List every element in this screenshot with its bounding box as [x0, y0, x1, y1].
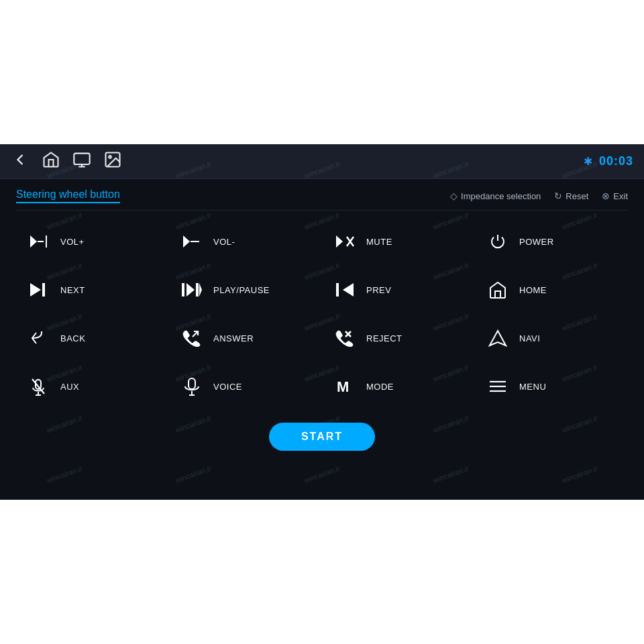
- play-pause-icon: [180, 278, 204, 302]
- prev-btn[interactable]: PREV: [322, 266, 475, 314]
- section-title: Steering wheel button: [16, 189, 120, 203]
- vol-plus-label: VOL+: [60, 237, 85, 247]
- home-btn[interactable]: HOME: [475, 266, 628, 314]
- next-icon: [27, 278, 51, 302]
- svg-rect-18: [196, 283, 199, 297]
- start-button[interactable]: START: [269, 423, 375, 451]
- gallery-icon[interactable]: [103, 150, 122, 172]
- start-btn-wrapper: START: [16, 417, 628, 460]
- reject-btn[interactable]: REJECT: [322, 314, 475, 362]
- impedance-selection-btn[interactable]: ◇ Impedance selection: [450, 191, 541, 201]
- svg-line-22: [193, 331, 198, 337]
- vol-minus-label: VOL-: [213, 237, 235, 247]
- svg-rect-0: [74, 154, 89, 164]
- reset-label: Reset: [566, 191, 588, 201]
- answer-btn[interactable]: ANSWER: [169, 314, 322, 362]
- svg-rect-20: [336, 283, 339, 297]
- prev-icon: [333, 278, 357, 302]
- header-actions: ◇ Impedance selection ↻ Reset ⊗ Exit: [450, 191, 628, 201]
- svg-rect-15: [42, 283, 45, 297]
- mute-label: MUTE: [366, 237, 392, 247]
- answer-icon: [180, 326, 204, 350]
- svg-marker-5: [30, 235, 37, 248]
- reject-label: REJECT: [366, 333, 402, 343]
- home-nav-icon[interactable]: [42, 150, 60, 172]
- shield-icon: ◇: [450, 191, 458, 201]
- svg-rect-30: [189, 378, 195, 389]
- reset-icon: ↻: [554, 191, 562, 201]
- impedance-label: Impedance selection: [461, 191, 541, 201]
- mode-btn[interactable]: M MODE: [322, 362, 475, 411]
- aux-label: AUX: [60, 382, 79, 392]
- bluetooth-icon: ✱: [584, 155, 592, 168]
- home-btn-icon: [486, 278, 510, 302]
- power-icon: [486, 229, 510, 254]
- prev-label: PREV: [366, 285, 391, 295]
- navi-btn[interactable]: NAVI: [475, 314, 628, 362]
- svg-marker-21: [343, 283, 354, 297]
- back-icon[interactable]: [11, 150, 30, 172]
- nav-left: [11, 150, 122, 172]
- svg-point-4: [109, 156, 111, 158]
- svg-marker-14: [30, 283, 41, 297]
- clock-display: 00:03: [599, 154, 633, 168]
- voice-icon: [180, 374, 204, 398]
- vol-plus-btn[interactable]: VOL+: [16, 217, 169, 266]
- section-header: Steering wheel button ◇ Impedance select…: [16, 179, 628, 211]
- content-area: Steering wheel button ◇ Impedance select…: [0, 179, 644, 460]
- svg-marker-11: [336, 235, 343, 248]
- play-pause-label: PLAY/PAUSE: [213, 285, 270, 295]
- screen-wrapper: wincairan.irwincairan.irwincairan.irwinc…: [0, 144, 644, 500]
- menu-label: MENU: [519, 382, 546, 392]
- navi-label: NAVI: [519, 333, 540, 343]
- mode-icon: M: [333, 374, 357, 398]
- button-grid: VOL+ VOL-: [16, 211, 628, 417]
- svg-marker-17: [186, 283, 195, 297]
- back-btn-icon: [27, 326, 51, 350]
- exit-icon: ⊗: [602, 191, 610, 201]
- vol-minus-btn[interactable]: VOL-: [169, 217, 322, 266]
- svg-marker-25: [490, 331, 506, 345]
- nav-bar: ✱ 00:03: [0, 144, 644, 179]
- vol-minus-icon: [180, 229, 204, 254]
- back-label: BACK: [60, 333, 85, 343]
- answer-label: ANSWER: [213, 333, 254, 343]
- menu-icon: [486, 374, 510, 398]
- vol-plus-icon: [27, 229, 51, 254]
- svg-line-29: [32, 379, 44, 394]
- svg-text:M: M: [337, 378, 349, 394]
- nav-right: ✱ 00:03: [584, 154, 633, 168]
- svg-rect-16: [182, 283, 184, 297]
- mute-icon: [333, 229, 357, 254]
- aux-btn[interactable]: AUX: [16, 362, 169, 411]
- home-label: HOME: [519, 285, 547, 295]
- voice-btn[interactable]: VOICE: [169, 362, 322, 411]
- power-label: POWER: [519, 237, 554, 247]
- exit-label: Exit: [613, 191, 628, 201]
- exit-btn[interactable]: ⊗ Exit: [602, 191, 628, 201]
- power-btn[interactable]: POWER: [475, 217, 628, 266]
- screen-icon[interactable]: [72, 150, 91, 172]
- svg-marker-19: [199, 283, 202, 297]
- voice-label: VOICE: [213, 382, 242, 392]
- svg-marker-9: [183, 235, 190, 248]
- play-pause-btn[interactable]: PLAY/PAUSE: [169, 266, 322, 314]
- mode-label: MODE: [366, 382, 394, 392]
- navi-icon: [486, 326, 510, 350]
- back-action-btn[interactable]: BACK: [16, 314, 169, 362]
- menu-btn[interactable]: MENU: [475, 362, 628, 411]
- next-btn[interactable]: NEXT: [16, 266, 169, 314]
- reject-icon: [333, 326, 357, 350]
- next-label: NEXT: [60, 285, 85, 295]
- reset-btn[interactable]: ↻ Reset: [554, 191, 588, 201]
- aux-icon: [27, 374, 51, 398]
- mute-btn[interactable]: MUTE: [322, 217, 475, 266]
